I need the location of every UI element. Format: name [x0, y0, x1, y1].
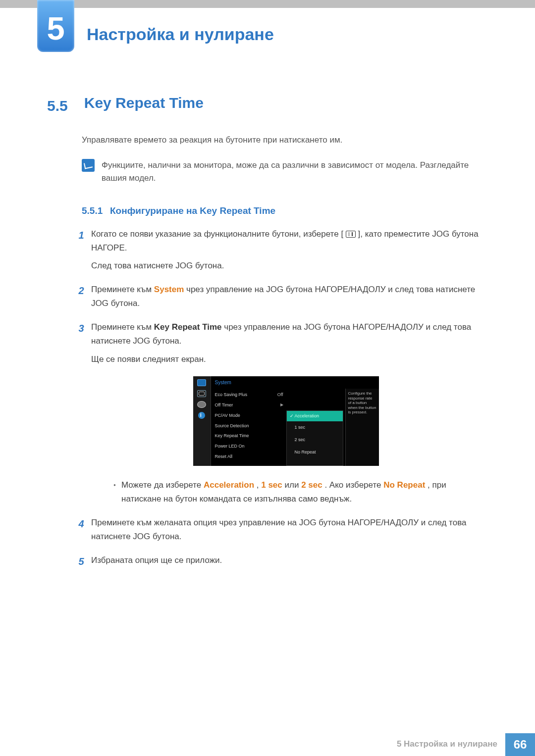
chevron-right-icon: ▶ — [280, 402, 283, 409]
chapter-title: Настройка и нулиране — [87, 25, 274, 44]
hl-acceleration: Acceleration — [204, 480, 254, 490]
hl-norepeat: No Repeat — [383, 480, 425, 490]
section-heading: 5.5 Key Repeat Time — [47, 95, 481, 114]
osd-screenshot: System Eco Saving PlusOff Off Timer▶ PC/… — [193, 376, 379, 466]
osd-screen-icon — [197, 390, 206, 397]
top-bar — [0, 0, 535, 8]
step-1: 1 Когато се появи указание за функционал… — [74, 227, 481, 273]
osd-item-pled: Power LED On — [215, 443, 245, 450]
step-3: 3 Преминете към Key Repeat Time чрез упр… — [74, 320, 481, 506]
step-number: 2 — [74, 283, 88, 310]
step-2: 2 Преминете към System чрез управление н… — [74, 283, 481, 310]
step-number: 3 — [74, 320, 88, 506]
step1-text-c: След това натиснете JOG бутона. — [91, 261, 224, 270]
bullet-after: . Ако изберете — [324, 480, 383, 490]
osd-settings-icon — [197, 401, 206, 408]
chapter-badge: 5 — [37, 0, 74, 52]
step5-text: Избраната опция ще се приложи. — [91, 554, 481, 570]
bullet-note: ● Можете да изберете Acceleration , 1 se… — [113, 478, 481, 506]
note-text: Функциите, налични за монитора, може да … — [102, 159, 481, 185]
menu-icon — [346, 231, 356, 238]
step-number: 1 — [74, 227, 88, 273]
bullet-icon: ● — [113, 478, 121, 506]
step4-text: Преминете към желаната опция чрез управл… — [91, 516, 481, 544]
note-icon — [82, 159, 95, 172]
osd-item-eco-value: Off — [277, 391, 283, 399]
subsection-heading: 5.5.1 Конфигуриране на Key Repeat Time — [82, 205, 481, 216]
bullet-or: или — [284, 480, 301, 490]
osd-item-offtimer: Off Timer — [215, 402, 233, 409]
osd-sidebar — [193, 376, 211, 466]
step-5: 5 Избраната опция ще се приложи. — [74, 554, 481, 570]
page-header: 5 Настройка и нулиране — [0, 8, 535, 62]
osd-item-eco: Eco Saving Plus — [215, 391, 248, 399]
osd-option-selected: Acceleration — [287, 411, 343, 421]
hl-1sec: 1 sec — [261, 480, 282, 490]
osd-info-icon — [198, 412, 205, 419]
subsection-number: 5.5.1 — [82, 205, 103, 216]
section-title: Key Repeat Time — [84, 95, 204, 111]
step2-pre: Преминете към — [91, 285, 154, 294]
osd-picture-icon — [197, 379, 206, 386]
step-4: 4 Преминете към желаната опция чрез упра… — [74, 516, 481, 544]
bullet-pre: Можете да изберете — [121, 480, 204, 490]
osd-option-norepeat: No Repeat — [287, 446, 343, 458]
steps-list: 1 Когато се появи указание за функционал… — [74, 227, 481, 570]
subsection-title: Конфигуриране на Key Repeat Time — [110, 205, 275, 216]
osd-help-text: Configure the response rate of a button … — [345, 389, 379, 466]
osd-option-1sec: 1 sec — [287, 421, 343, 434]
section-number: 5.5 — [47, 98, 82, 114]
osd-item-pcav: PC/AV Mode — [215, 412, 240, 419]
bullet-comma1: , — [257, 480, 261, 490]
osd-heading: System — [211, 376, 379, 389]
osd-option-2sec: 2 sec — [287, 434, 343, 446]
osd-item-reset: Reset All — [215, 453, 233, 460]
note-block: Функциите, налични за монитора, може да … — [82, 159, 481, 185]
osd-item-srcdet: Source Detection — [215, 422, 249, 430]
hl-2sec: 2 sec — [301, 480, 322, 490]
osd-item-krt: Key Repeat Time — [215, 432, 249, 440]
osd-popup: Acceleration 1 sec 2 sec No Repeat — [286, 410, 343, 466]
intro-text: Управлявате времето за реакция на бутони… — [82, 135, 481, 145]
step3-pre: Преминете към — [91, 322, 154, 332]
step-number: 5 — [74, 554, 88, 570]
content-area: 5.5 Key Repeat Time Управлявате времето … — [0, 62, 535, 600]
step-number: 4 — [74, 516, 88, 544]
step1-text-a: Когато се появи указание за функционални… — [91, 229, 343, 239]
step3-screen-note: Ще се появи следният екран. — [91, 354, 206, 364]
step3-highlight-krt: Key Repeat Time — [154, 322, 222, 332]
step2-highlight-system: System — [154, 285, 184, 294]
osd-menu: Eco Saving PlusOff Off Timer▶ PC/AV Mode… — [211, 389, 286, 466]
